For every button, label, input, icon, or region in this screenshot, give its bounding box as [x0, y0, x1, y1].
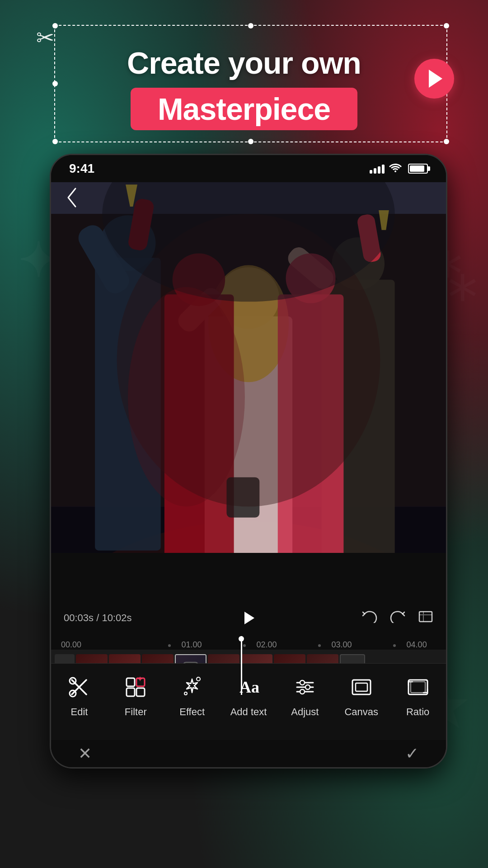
handle-tr [444, 23, 449, 28]
play-pause-button[interactable] [236, 605, 261, 631]
back-button[interactable] [65, 187, 78, 212]
status-bar: 9:41 [51, 155, 446, 182]
tool-edit[interactable]: Edit [51, 673, 108, 718]
svg-point-53 [300, 689, 305, 694]
handle-bm [248, 139, 253, 144]
svg-rect-44 [136, 688, 145, 696]
svg-point-46 [184, 692, 187, 695]
fullscreen-icon[interactable] [418, 610, 433, 626]
phone-mockup: 9:41 [50, 154, 447, 769]
signal-bar-3 [378, 166, 380, 174]
bottom-toolbar: Edit Filter [51, 663, 446, 740]
edit-icon-wrap [65, 673, 94, 702]
tool-canvas[interactable]: Canvas [333, 673, 389, 718]
confirm-action-button[interactable]: ✓ [405, 744, 419, 763]
adjust-icon-wrap [291, 673, 319, 702]
ratio-tool-icon [406, 675, 430, 699]
svg-text:Aa: Aa [239, 678, 259, 696]
status-icons [370, 162, 428, 175]
ruler-dot-1 [168, 644, 171, 647]
svg-point-45 [197, 677, 200, 681]
signal-bar-2 [374, 168, 376, 174]
play-triangle-icon [429, 70, 442, 88]
canvas-label: Canvas [344, 706, 378, 718]
ruler-dot-3 [318, 644, 321, 647]
add-text-label: Add text [230, 706, 267, 718]
effect-label: Effect [179, 706, 205, 718]
ruler-dot-2 [243, 644, 246, 647]
canvas-tool-icon [350, 675, 373, 699]
svg-rect-32 [419, 612, 432, 622]
handle-tm [248, 23, 253, 28]
wifi-icon [389, 162, 402, 175]
timeline-playhead [241, 636, 242, 695]
svg-rect-55 [356, 683, 367, 691]
svg-rect-43 [127, 688, 135, 696]
svg-point-51 [300, 680, 305, 685]
signal-bars-icon [370, 164, 385, 174]
add-text-icon-wrap: Aa [234, 673, 263, 702]
svg-point-52 [305, 685, 310, 689]
filter-tool-icon [124, 675, 147, 699]
effect-tool-icon [180, 675, 204, 699]
ruler-dot-4 [393, 644, 396, 647]
ruler-mark-1: 01.00 [181, 640, 202, 650]
tool-filter[interactable]: Filter [108, 673, 164, 718]
close-action-button[interactable]: ✕ [78, 744, 92, 763]
play-circle-button[interactable] [414, 59, 454, 99]
undo-icon[interactable] [362, 610, 377, 626]
signal-bar-4 [382, 165, 385, 174]
ruler-mark-2: 02.00 [256, 640, 277, 650]
text-overlay: Create your own Masterpiece [0, 45, 488, 130]
scissors-tool-icon [67, 675, 91, 699]
redo-icon[interactable] [390, 610, 405, 626]
filter-label: Filter [125, 706, 147, 718]
battery-fill [410, 165, 424, 172]
handle-bl [52, 139, 58, 144]
adjust-label: Adjust [291, 706, 319, 718]
svg-rect-41 [127, 678, 135, 686]
video-controls: 00:03s / 10:02s [51, 600, 446, 636]
status-time: 9:41 [69, 161, 94, 176]
filter-icon-wrap [121, 673, 150, 702]
handle-br [444, 139, 449, 144]
play-icon [244, 612, 254, 624]
time-display: 00:03s / 10:02s [64, 612, 131, 624]
ratio-label: Ratio [406, 706, 429, 718]
masterpiece-button[interactable]: Masterpiece [131, 88, 357, 130]
battery-icon [408, 164, 428, 174]
ratio-icon-wrap [404, 673, 432, 702]
ruler-mark-3: 03.00 [332, 640, 352, 650]
tool-adjust[interactable]: Adjust [277, 673, 333, 718]
ruler-mark-4: 04.00 [407, 640, 427, 650]
edit-label: Edit [70, 706, 88, 718]
effect-icon-wrap [178, 673, 206, 702]
video-area [51, 182, 446, 553]
party-scene [51, 182, 446, 553]
tool-add-text[interactable]: Aa Add text [221, 673, 277, 718]
canvas-icon-wrap [347, 673, 376, 702]
tool-ratio[interactable]: Ratio [389, 673, 446, 718]
control-icon-group [362, 610, 433, 626]
svg-point-31 [128, 287, 245, 507]
phone-inner: 9:41 [51, 155, 446, 767]
ruler-mark-0: 00.00 [61, 640, 81, 650]
bottom-action-bar: ✕ ✓ [51, 740, 446, 767]
signal-bar-1 [370, 170, 372, 174]
svg-rect-57 [411, 682, 425, 693]
adjust-tool-icon [293, 675, 317, 699]
tool-effect[interactable]: Effect [164, 673, 221, 718]
